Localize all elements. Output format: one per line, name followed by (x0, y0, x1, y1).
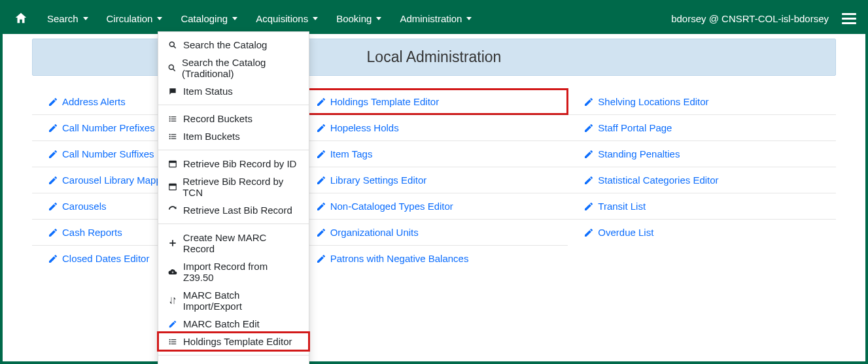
dropdown-item-label: Holdings Template Editor (183, 336, 292, 347)
chevron-down-icon (157, 17, 162, 20)
admin-link-label: Holdings Template Editor (330, 96, 439, 107)
pencil-icon (48, 149, 58, 159)
admin-link[interactable]: Organizational Units (300, 219, 568, 245)
admin-link-label: Library Settings Editor (330, 174, 427, 186)
admin-link[interactable]: Staff Portal Page (568, 114, 836, 141)
dropdown-item[interactable]: Search the Catalog (Traditional) (158, 54, 309, 82)
pencil-icon (316, 201, 326, 212)
admin-link[interactable]: Item Tags (300, 141, 568, 167)
menu-icon[interactable] (842, 11, 856, 25)
svg-rect-4 (169, 116, 171, 117)
svg-rect-17 (169, 161, 177, 163)
admin-link-label: Staff Portal Page (598, 122, 672, 133)
chevron-down-icon (313, 17, 318, 20)
svg-rect-23 (171, 339, 177, 340)
dropdown-item-label: Item Buckets (183, 131, 240, 142)
svg-rect-8 (169, 120, 171, 122)
admin-link[interactable]: Library Settings Editor (300, 167, 568, 193)
admin-link-label: Overdue List (598, 227, 653, 238)
dropdown-item[interactable]: Record Buckets (158, 110, 309, 127)
pencil-icon (316, 227, 326, 238)
home-icon[interactable] (12, 9, 30, 27)
admin-link[interactable]: Transit List (568, 193, 836, 219)
dropdown-item[interactable]: Search the Catalog (158, 36, 309, 54)
pencil-icon (583, 175, 594, 186)
nav-administration[interactable]: Administration (392, 9, 479, 28)
admin-link[interactable]: Overdue List (568, 219, 836, 245)
admin-link-label: Hopeless Holds (330, 122, 399, 133)
dropdown-item[interactable]: Create New MARC Record (158, 229, 309, 257)
dropdown-item[interactable]: Item Buckets (158, 127, 309, 145)
svg-rect-22 (169, 339, 171, 340)
dropdown-item-label: MARC Batch Import/Export (183, 290, 300, 312)
pencil-icon (583, 149, 594, 159)
nav-search[interactable]: Search (39, 9, 96, 28)
page-title: Local Administration (32, 39, 836, 76)
admin-column: Shelving Locations EditorStaff Portal Pa… (568, 89, 836, 271)
svg-rect-15 (171, 138, 177, 139)
list-icon (167, 337, 178, 347)
pencil-icon (167, 319, 178, 329)
cataloging-dropdown: Search the CatalogSearch the Catalog (Tr… (158, 31, 309, 361)
dropdown-item[interactable]: Retrieve Last Bib Record (158, 201, 309, 219)
pencil-icon (583, 97, 594, 107)
chat-icon (167, 86, 178, 97)
admin-link-label: Closed Dates Editor (62, 253, 149, 264)
pencil-icon (316, 123, 326, 133)
admin-link-label: Address Alerts (62, 96, 126, 107)
dropdown-item[interactable]: Link Checker (158, 360, 309, 361)
dropdown-item-label: Search the Catalog (183, 39, 267, 50)
svg-rect-14 (169, 138, 171, 139)
dropdown-divider (158, 105, 309, 105)
dropdown-item[interactable]: Import Record from Z39.50 (158, 257, 309, 286)
admin-link[interactable]: Patrons with Negative Balances (300, 245, 568, 271)
chevron-down-icon (376, 17, 381, 20)
admin-link[interactable]: Standing Penalties (568, 141, 836, 167)
dropdown-item-label: Create New MARC Record (183, 232, 300, 254)
admin-link[interactable]: Hopeless Holds (300, 114, 568, 141)
nav-circulation[interactable]: Circulation (99, 9, 171, 28)
dropdown-item-label: Record Buckets (183, 113, 252, 124)
admin-column: Holdings Template EditorHopeless HoldsIt… (300, 89, 568, 271)
svg-point-0 (169, 42, 174, 46)
admin-link-label: Patrons with Negative Balances (330, 253, 469, 264)
admin-link-label: Organizational Units (330, 227, 419, 238)
admin-link[interactable]: Non-Cataloged Types Editor (300, 193, 568, 219)
nav-cataloging[interactable]: Cataloging (173, 9, 245, 28)
dropdown-item[interactable]: MARC Batch Import/Export (158, 286, 309, 315)
pencil-icon (316, 97, 326, 107)
dropdown-item-label: Retrieve Bib Record by TCN (182, 176, 300, 198)
admin-link[interactable]: Shelving Locations Editor (568, 89, 836, 114)
pencil-icon (316, 254, 326, 264)
dropdown-item[interactable]: Holdings Template Editor (158, 333, 309, 350)
dropdown-item[interactable]: Retrieve Bib Record by TCN (158, 173, 309, 201)
dropdown-item-label: Retrieve Last Bib Record (183, 205, 292, 216)
chevron-down-icon (232, 17, 237, 20)
admin-link-label: Item Tags (330, 148, 373, 159)
dropdown-item[interactable]: Retrieve Bib Record by ID (158, 155, 309, 173)
nav-booking[interactable]: Booking (328, 9, 389, 28)
user-label[interactable]: bdorsey @ CNSRT-COL-isl-bdorsey (665, 13, 835, 24)
cloud-down-icon (167, 267, 178, 277)
svg-rect-25 (171, 341, 177, 342)
search-icon (167, 40, 178, 50)
admin-grid: Address AlertsCall Number PrefixesCall N… (32, 89, 836, 271)
admin-link[interactable]: Holdings Template Editor (300, 89, 568, 114)
dropdown-item[interactable]: Item Status (158, 82, 309, 100)
pencil-icon (583, 123, 594, 133)
pencil-icon (316, 175, 326, 186)
chevron-down-icon (83, 17, 88, 20)
dropdown-item[interactable]: MARC Batch Edit (158, 315, 309, 333)
dropdown-item-label: Retrieve Bib Record by ID (183, 158, 296, 169)
pencil-icon (48, 254, 58, 264)
window-icon (167, 182, 177, 192)
admin-link-label: Transit List (598, 201, 646, 212)
admin-link[interactable]: Statistical Categories Editor (568, 167, 836, 193)
pencil-icon (48, 227, 58, 238)
svg-rect-7 (171, 118, 177, 119)
svg-rect-26 (169, 343, 171, 344)
pencil-icon (583, 227, 594, 238)
svg-rect-13 (171, 136, 177, 137)
admin-link-label: Call Number Suffixes (62, 148, 154, 159)
nav-acquisitions[interactable]: Acquisitions (248, 9, 326, 28)
